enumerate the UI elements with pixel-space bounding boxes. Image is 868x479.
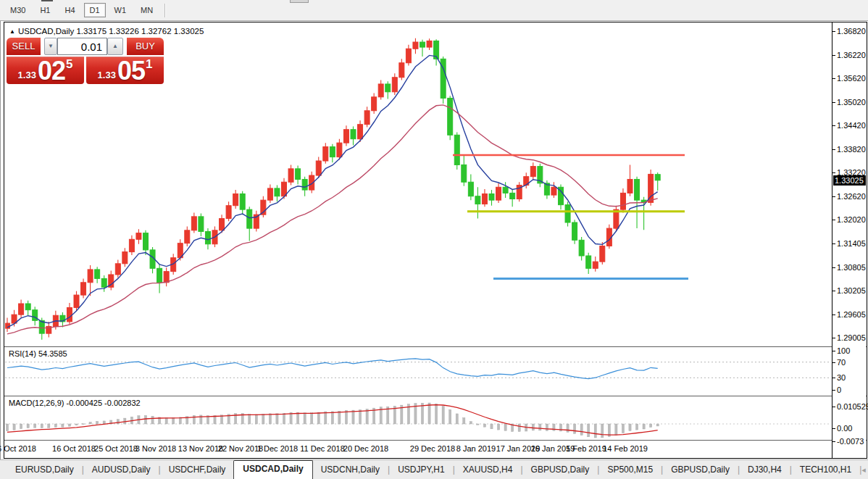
price-axis-tick <box>832 149 835 150</box>
rsi-axis-label: 0 <box>837 386 841 394</box>
price-axis-label: 1.33820 <box>837 145 866 154</box>
candle <box>101 278 107 287</box>
candle <box>88 270 93 283</box>
volume-decrease-button[interactable]: ▼ <box>44 38 57 55</box>
tab-gbpusd-daily[interactable]: GBPUSD,Daily <box>523 461 598 479</box>
tab-eurusd-daily[interactable]: EURUSD,Daily <box>7 461 82 479</box>
candle <box>392 78 397 92</box>
timeframe-button-mn[interactable]: MN <box>135 3 159 17</box>
macd-axis-label: 0.00 <box>837 424 852 433</box>
candle <box>364 111 370 125</box>
timeframe-button-d1[interactable]: D1 <box>84 3 106 17</box>
time-axis: 6 Oct 201816 Oct 201825 Oct 20183 Nov 20… <box>5 441 831 458</box>
rsi-axis-label: 100 <box>837 346 850 355</box>
candle <box>157 268 162 282</box>
tab-audusd-daily[interactable]: AUDUSD,Daily <box>84 461 159 479</box>
price-axis-label: 1.34420 <box>837 121 866 130</box>
tab-usdcad-daily[interactable]: USDCAD,Daily <box>233 460 312 479</box>
ma-slow-line <box>7 105 658 334</box>
bid-price-panel[interactable]: 1.33025 <box>7 57 84 84</box>
tab-dj30-h4[interactable]: DJ30,H4 <box>740 461 790 479</box>
price-axis-tick <box>832 172 835 173</box>
rsi-axis-tick <box>832 390 835 391</box>
tab-usdjpy-h1[interactable]: USDJPY,H1 <box>390 461 452 479</box>
tab-gbpusd-daily[interactable]: GBPUSD,Daily <box>663 461 738 479</box>
timeframe-button-m30[interactable]: M30 <box>4 3 31 17</box>
time-axis-label: 3 Nov 2018 <box>135 444 176 453</box>
time-axis-label: 29 Dec 2018 <box>410 444 455 453</box>
rsi-panel[interactable] <box>5 347 831 396</box>
candle <box>74 295 79 307</box>
time-axis-label: 8 Jan 2019 <box>456 444 496 453</box>
price-axis-tick <box>832 291 835 291</box>
candle <box>296 169 301 180</box>
time-axis-label: 5 Feb 2019 <box>566 444 606 453</box>
price-axis-tick <box>832 196 835 197</box>
ask-price-panel[interactable]: 1.33051 <box>86 57 164 84</box>
macd-axis-label: -0.0073 <box>837 437 864 446</box>
sell-button[interactable]: SELL <box>7 38 41 55</box>
chart-tab-bar: EURUSD,Daily|AUDUSD,Daily|USDCHF,DailyUS… <box>0 459 868 479</box>
tab-usdcnh-daily[interactable]: USDCNH,Daily <box>313 461 388 479</box>
candle <box>191 217 196 230</box>
candle <box>620 193 625 209</box>
price-axis-label: 1.35620 <box>837 74 866 83</box>
price-axis-label: 1.30205 <box>837 286 866 295</box>
timeframe-button-h1[interactable]: H1 <box>34 3 56 17</box>
price-axis-tick <box>832 267 835 268</box>
candle <box>413 42 418 49</box>
candle <box>579 240 584 256</box>
candle <box>420 42 425 47</box>
chart-window: 6 Oct 201816 Oct 201825 Oct 20183 Nov 20… <box>4 22 867 459</box>
candle <box>122 252 128 264</box>
time-axis-label: 6 Oct 2018 <box>0 444 36 453</box>
price-axis: 1.368201.362201.356201.350201.344201.338… <box>832 22 866 458</box>
tab-scroll-left-icon[interactable]: ◂ <box>861 465 866 474</box>
candle <box>220 219 225 230</box>
candle <box>164 272 169 283</box>
tab-scroll-arrows: ◂▸ <box>861 465 868 479</box>
candle <box>351 130 356 139</box>
candle <box>233 193 238 205</box>
volume-increase-button[interactable]: ▲ <box>107 38 123 55</box>
candle <box>302 179 307 190</box>
candle <box>565 205 570 222</box>
buy-button[interactable]: BUY <box>127 38 164 55</box>
timeframe-button-w1[interactable]: W1 <box>109 3 133 17</box>
tab-sp500-m15[interactable]: SP500,M15 <box>599 461 661 479</box>
candle <box>551 187 556 195</box>
time-axis-label: 13 Nov 2018 <box>178 444 223 453</box>
candle <box>226 206 231 219</box>
candle <box>572 222 577 240</box>
candle <box>115 264 120 275</box>
time-axis-label: 1 Dec 2018 <box>257 444 298 453</box>
price-axis-label: 1.32020 <box>837 215 866 224</box>
price-axis-tick <box>832 78 835 79</box>
price-axis-tick <box>832 31 835 32</box>
price-axis-tick <box>832 55 835 56</box>
window-edge <box>0 0 1 479</box>
collapse-icon[interactable]: ▲ <box>9 28 15 35</box>
bid-price-pip: 5 <box>66 57 72 72</box>
tab-xauusd-h4[interactable]: XAUUSD,H4 <box>455 461 521 479</box>
candle <box>143 233 149 250</box>
price-axis-label: 1.32620 <box>837 192 866 201</box>
candle <box>275 188 280 196</box>
candle <box>129 239 134 251</box>
chevron-down-icon: ▼ <box>48 43 54 49</box>
candle <box>316 161 321 175</box>
timeframe-toolbar: M30H1H4D1W1MN <box>0 0 868 21</box>
time-axis-label: 20 Dec 2018 <box>343 444 388 453</box>
time-axis-label: 16 Oct 2018 <box>52 444 96 453</box>
candle <box>454 135 459 164</box>
candle <box>593 262 598 268</box>
one-click-trading-widget: SELL ▼ ▲ BUY 1.33025 1.33051 <box>7 38 164 84</box>
tab-usdchf-daily[interactable]: USDCHF,Daily <box>161 461 234 479</box>
timeframe-button-h4[interactable]: H4 <box>59 3 80 17</box>
macd-label: MACD(12,26,9) -0.000425 -0.002832 <box>9 399 141 407</box>
tab-tech100-h1[interactable]: TECH100,H1 <box>792 461 859 479</box>
volume-input[interactable] <box>57 38 107 55</box>
price-axis-label: 1.30805 <box>837 263 866 272</box>
candle <box>199 217 204 232</box>
candle <box>489 193 494 200</box>
